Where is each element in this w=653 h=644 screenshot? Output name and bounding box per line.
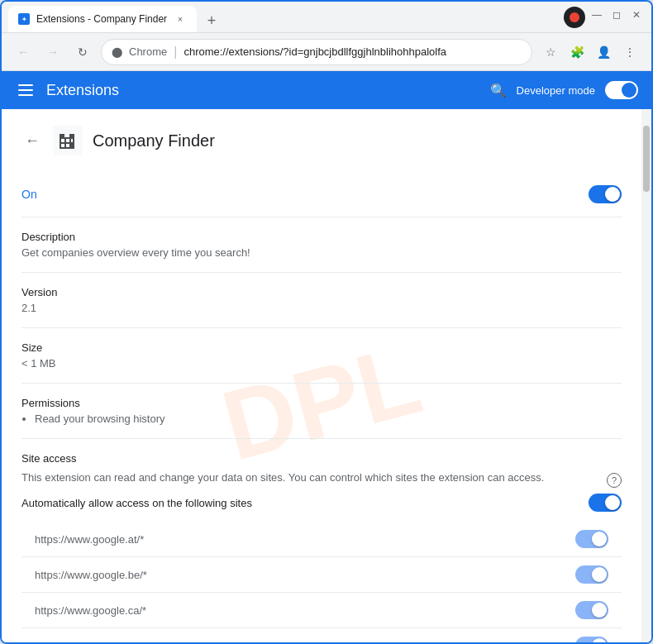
hamburger-menu[interactable] (15, 81, 36, 99)
titlebar: Extensions - Company Finder × + — ◻ ✕ (2, 2, 651, 33)
maximize-button[interactable]: ◻ (608, 7, 625, 23)
auto-allow-label: Automatically allow access on the follow… (21, 497, 252, 509)
bookmark-icon[interactable]: ☆ (539, 41, 562, 64)
address-bar[interactable]: ⬤ Chrome | chrome://extensions/?id=gnjbc… (101, 39, 532, 65)
site-access-desc-row: This extension can read and change your … (21, 471, 622, 494)
record-button (564, 7, 585, 28)
record-indicator (570, 12, 579, 22)
site-row-2: https://www.google.ca/* (21, 593, 622, 628)
omnibar: ← → ↻ ⬤ Chrome | chrome://extensions/?id… (2, 33, 651, 71)
back-to-extensions-button[interactable]: ← (21, 129, 43, 153)
site-row-1: https://www.google.be/* (21, 557, 622, 593)
hamburger-line-2 (18, 89, 33, 91)
permission-item: Read your browsing history (35, 413, 622, 425)
site-toggle-2[interactable] (575, 601, 608, 619)
extension-logo (53, 126, 83, 155)
extensions-header-bar: Extensions 🔍 Developer mode (2, 71, 651, 109)
lock-icon: ⬤ (112, 46, 122, 58)
site-access-description: This extension can read and change your … (21, 471, 600, 484)
ext-bar-right: 🔍 Developer mode (490, 81, 638, 99)
browser-window: Extensions - Company Finder × + — ◻ ✕ ← … (0, 0, 653, 644)
scrollbar-thumb[interactable] (643, 126, 650, 192)
description-value: Get companies overview every time you se… (21, 246, 622, 259)
site-toggle-1[interactable] (575, 565, 608, 584)
description-label: Description (21, 231, 622, 243)
extension-detail: DPL ← Company Finder (2, 109, 641, 642)
svg-rect-2 (66, 139, 69, 142)
tab-title: Extensions - Company Finder (36, 13, 167, 25)
developer-mode-label: Developer mode (517, 84, 595, 97)
site-url-2: https://www.google.ca/* (35, 604, 146, 617)
size-value: < 1 MB (21, 357, 622, 370)
hamburger-line-3 (18, 94, 33, 96)
content-area: DPL ← Company Finder (2, 109, 651, 642)
permissions-label: Permissions (21, 397, 622, 409)
address-separator: | (174, 45, 177, 60)
address-url: chrome://extensions/?id=gnjbcjbdllfggjhl… (184, 45, 522, 58)
size-section: Size < 1 MB (21, 328, 622, 384)
site-toggle-3[interactable] (575, 637, 608, 642)
site-toggle-0[interactable] (575, 530, 608, 548)
on-label: On (21, 188, 37, 201)
toggle-row: On (21, 185, 622, 203)
active-tab[interactable]: Extensions - Company Finder × (8, 6, 197, 32)
tab-favicon (18, 13, 30, 25)
site-row-0: https://www.google.at/* (21, 522, 622, 557)
extensions-puzzle-icon[interactable]: 🧩 (565, 41, 589, 64)
close-button[interactable]: ✕ (628, 7, 645, 23)
on-off-section: On (21, 172, 622, 217)
description-section: Description Get companies overview every… (21, 217, 622, 273)
minimize-button[interactable]: — (589, 7, 605, 23)
extensions-title: Extensions (46, 82, 119, 99)
svg-rect-4 (61, 144, 64, 147)
extension-header: ← Company Finder (21, 126, 622, 155)
auto-allow-toggle[interactable] (589, 494, 622, 512)
version-value: 2.1 (21, 302, 622, 314)
svg-rect-5 (66, 144, 69, 147)
search-icon[interactable]: 🔍 (490, 83, 507, 98)
toolbar-icons: ☆ 🧩 👤 ⋮ (539, 41, 641, 64)
tab-close-button[interactable]: × (174, 12, 187, 26)
permissions-list: Read your browsing history (35, 413, 622, 425)
chrome-label: Chrome (129, 45, 167, 58)
info-icon[interactable]: ? (607, 473, 622, 488)
site-row-3: https://www.google.ch/* (21, 628, 622, 642)
version-section: Version 2.1 (21, 273, 622, 328)
hamburger-line-1 (18, 84, 33, 86)
forward-button[interactable]: → (41, 41, 64, 64)
window-controls: — ◻ ✕ (564, 7, 645, 28)
refresh-button[interactable]: ↻ (71, 41, 94, 64)
profile-icon[interactable]: 👤 (592, 41, 615, 64)
main-content: DPL ← Company Finder (2, 109, 641, 642)
site-url-3: https://www.google.ch/* (35, 640, 146, 643)
menu-icon[interactable]: ⋮ (618, 41, 641, 64)
new-tab-button[interactable]: + (200, 9, 223, 32)
size-label: Size (21, 341, 622, 354)
site-access-title: Site access (21, 452, 622, 465)
site-url-0: https://www.google.at/* (35, 533, 144, 546)
svg-rect-1 (61, 139, 64, 142)
extension-name: Company Finder (93, 131, 215, 150)
back-button[interactable]: ← (12, 41, 35, 64)
svg-rect-3 (71, 139, 73, 142)
developer-mode-toggle[interactable] (605, 81, 638, 99)
site-url-1: https://www.google.be/* (35, 569, 147, 581)
tab-strip: Extensions - Company Finder × + (8, 2, 560, 32)
version-label: Version (21, 286, 622, 298)
permissions-section: Permissions Read your browsing history (21, 384, 622, 439)
auto-allow-row: Automatically allow access on the follow… (21, 494, 622, 512)
scrollbar[interactable] (641, 109, 651, 642)
extension-enabled-toggle[interactable] (589, 185, 622, 203)
site-access-section: Site access This extension can read and … (21, 439, 622, 642)
